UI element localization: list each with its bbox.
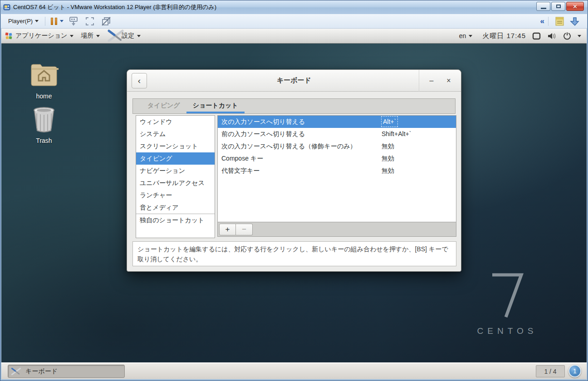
- category-item[interactable]: ユニバーサルアクセス: [136, 177, 215, 189]
- shortcut-binding[interactable]: 無効: [382, 152, 394, 165]
- dialog-title: キーボード: [277, 76, 311, 85]
- shortcut-row[interactable]: Compose キー 無効: [218, 152, 456, 165]
- category-item[interactable]: ウィンドウ: [136, 116, 215, 128]
- notification-count: 1: [573, 367, 577, 375]
- shortcut-name: 代替文字キー: [221, 165, 260, 177]
- category-item[interactable]: ナビゲーション: [136, 165, 215, 177]
- chevron-down-icon: [469, 35, 472, 37]
- minimize-icon: [541, 8, 546, 9]
- dialog-close-button[interactable]: ×: [442, 74, 456, 88]
- applications-label: アプリケーション: [15, 32, 67, 40]
- home-folder-icon: [29, 62, 59, 88]
- desktop-icon-label: home: [22, 93, 66, 100]
- remove-shortcut-button[interactable]: −: [236, 224, 253, 235]
- shortcut-row[interactable]: 次の入力ソースへ切り替える Alt+`: [218, 116, 456, 128]
- category-item[interactable]: タイピング: [136, 152, 215, 165]
- unity-mode-icon[interactable]: [101, 16, 112, 27]
- taskbar-window-label: キーボード: [25, 367, 58, 376]
- workspace-switcher[interactable]: 1 / 4: [536, 365, 565, 377]
- toolbar-divider: [548, 17, 549, 26]
- back-button[interactable]: ‹: [132, 73, 147, 88]
- shortcut-list[interactable]: 次の入力ソースへ切り替える Alt+` 前の入力ソースへ切り替える Shift+…: [217, 115, 456, 222]
- share-download-arrow-icon[interactable]: [570, 16, 580, 26]
- screen-notification-icon[interactable]: [532, 32, 541, 40]
- shortcut-binding[interactable]: 無効: [382, 165, 394, 177]
- places-label: 場所: [81, 32, 93, 40]
- shortcut-name: 次の入力ソースへ切り替える: [221, 116, 305, 128]
- guest-display: アプリケーション 場所 設定 en: [1, 29, 587, 379]
- window-close-button[interactable]: ✕: [566, 2, 584, 11]
- applications-menu[interactable]: アプリケーション: [1, 29, 77, 43]
- window-minimize-button[interactable]: [536, 2, 550, 11]
- taskbar-window-button[interactable]: キーボード: [8, 365, 125, 378]
- shortcut-binding[interactable]: Shift+Alt+`: [382, 128, 411, 140]
- category-item[interactable]: システム: [136, 128, 215, 140]
- chevron-down-icon: [35, 20, 39, 22]
- vmware-app-icon: [3, 4, 10, 11]
- shortcut-help-note: ショートカットを編集するには、対応する行をクリックし、新しいキーの組み合わせを押…: [132, 241, 456, 266]
- close-icon: ×: [446, 77, 451, 85]
- chevron-down-icon: [70, 35, 74, 37]
- chevron-down-icon: [60, 20, 64, 22]
- vmware-titlebar[interactable]: CentOS7 64 ビット - VMware Workstation 12 P…: [0, 0, 588, 14]
- category-item[interactable]: 音とメディア: [136, 201, 215, 214]
- close-icon: ✕: [573, 3, 578, 10]
- chevron-down-icon: [137, 35, 141, 37]
- send-ctrl-alt-del-icon[interactable]: [68, 16, 79, 27]
- notification-badge[interactable]: 1: [568, 365, 581, 377]
- shortcut-row[interactable]: 代替文字キー 無効: [218, 165, 456, 177]
- desktop-icon-home[interactable]: home: [22, 62, 66, 100]
- shortcut-category-list[interactable]: ウィンドウ システム スクリーンショット タイピング ナビゲーション ユニバーサ…: [136, 115, 215, 238]
- input-source-menu[interactable]: en: [456, 32, 476, 39]
- desktop-icon-label: Trash: [22, 137, 66, 144]
- desktop-icon-trash[interactable]: Trash: [22, 107, 66, 144]
- player-menu-label: Player(P): [8, 18, 33, 24]
- input-source-label: en: [459, 32, 466, 39]
- add-shortcut-button[interactable]: +: [219, 224, 236, 235]
- tab-typing[interactable]: タイピング: [141, 99, 186, 113]
- shortcut-row[interactable]: 前の入力ソースへ切り替える Shift+Alt+`: [218, 128, 456, 140]
- gnome-taskbar: キーボード 1 / 4 1: [1, 362, 587, 379]
- back-icon: ‹: [138, 76, 141, 86]
- player-menu[interactable]: Player(P): [5, 16, 41, 26]
- settings-menu[interactable]: 設定: [103, 29, 144, 43]
- vmware-toolbar: Player(P) «: [1, 14, 587, 29]
- gnome-top-bar: アプリケーション 場所 設定 en: [1, 29, 587, 44]
- window-maximize-button[interactable]: [551, 2, 565, 11]
- category-item[interactable]: ランチャー: [136, 189, 215, 201]
- trash-icon: [32, 107, 56, 132]
- pause-icon: [51, 18, 57, 25]
- tab-shortcuts[interactable]: ショートカット: [186, 99, 245, 113]
- shortcut-name: Compose キー: [221, 152, 263, 165]
- keyboard-settings-dialog: ‹ キーボード – × タイピング ショートカット ウィンドウ システム: [127, 69, 461, 272]
- shortcut-binding[interactable]: 無効: [382, 140, 394, 152]
- suspend-button[interactable]: [49, 18, 65, 25]
- vmware-player-window: CentOS7 64 ビット - VMware Workstation 12 P…: [0, 0, 588, 381]
- shortcut-binding[interactable]: Alt+`: [382, 117, 397, 127]
- shortcut-name: 次の入力ソースへ切り替える（修飾キーのみ）: [221, 140, 356, 152]
- volume-icon[interactable]: [547, 32, 557, 40]
- places-menu[interactable]: 場所: [77, 29, 103, 43]
- chevron-down-icon: [96, 35, 100, 37]
- dialog-minimize-button[interactable]: –: [425, 74, 438, 88]
- dialog-titlebar[interactable]: ‹ キーボード – ×: [127, 70, 461, 92]
- clock-label[interactable]: 火曜日 17:45: [482, 32, 526, 40]
- fullscreen-icon[interactable]: [84, 16, 95, 27]
- maximize-icon: [556, 5, 561, 8]
- category-item[interactable]: 独自のショートカット: [136, 214, 215, 226]
- settings-label: 設定: [122, 32, 134, 40]
- centos-watermark: CENTOS: [464, 273, 550, 336]
- minimize-icon: –: [430, 77, 434, 85]
- crossed-tools-icon: [11, 366, 22, 376]
- power-icon[interactable]: [563, 32, 571, 40]
- toolbar-divider: [45, 17, 45, 26]
- chevron-down-icon[interactable]: [578, 35, 581, 37]
- shortcut-row[interactable]: 次の入力ソースへ切り替える（修飾キーのみ） 無効: [218, 140, 456, 152]
- window-title: CentOS7 64 ビット - VMware Workstation 12 P…: [13, 3, 216, 11]
- dialog-tabs: タイピング ショートカット: [132, 98, 456, 114]
- shortcut-list-toolbar: + −: [217, 222, 456, 237]
- collapse-toolbar-button[interactable]: «: [540, 17, 544, 25]
- category-item[interactable]: スクリーンショット: [136, 140, 215, 152]
- library-notes-icon[interactable]: [555, 16, 564, 26]
- shortcut-name: 前の入力ソースへ切り替える: [221, 128, 305, 140]
